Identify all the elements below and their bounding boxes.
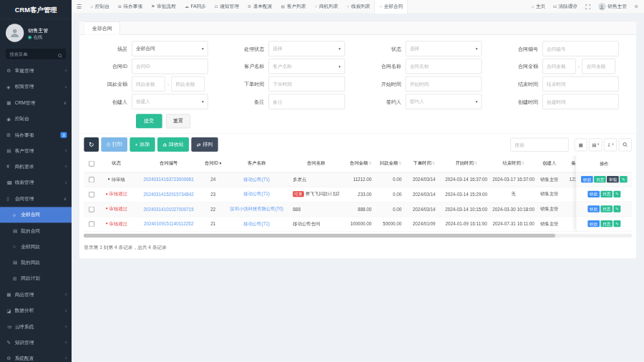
fullscreen-button[interactable]: [582, 0, 595, 14]
log-button[interactable]: 日志: [600, 220, 613, 228]
col-start-time[interactable]: 开始时间⇅: [443, 155, 490, 172]
topnav-dashboard[interactable]: ⌂控制台: [87, 0, 114, 14]
contract-no-link[interactable]: 20240109151140112252: [144, 221, 194, 226]
collect-payment-button[interactable]: 收款: [587, 205, 600, 212]
reset-button[interactable]: 重置: [166, 114, 190, 128]
log-button[interactable]: 日志: [600, 205, 613, 212]
refresh-button[interactable]: ↻: [84, 137, 99, 152]
customer-link[interactable]: 移动公司(71): [243, 221, 270, 226]
col-end-time[interactable]: 结束时间⇅: [490, 155, 537, 172]
print-button[interactable]: ⎙打印: [101, 137, 127, 152]
home-button[interactable]: ⌂主页: [527, 0, 549, 14]
contract-amount-min-input[interactable]: [542, 59, 576, 74]
sidebar-item-system-config[interactable]: ⚙系统配置‹: [0, 351, 72, 362]
sidebar-item-permissions[interactable]: ◈权限管理‹: [0, 79, 72, 94]
contract-id-input[interactable]: [132, 59, 208, 74]
col-contract-no[interactable]: 合同编号: [134, 155, 204, 172]
create-time-input[interactable]: [542, 94, 619, 109]
signer-select[interactable]: 签约人▾: [406, 94, 482, 109]
topnav-approval-flow[interactable]: ⚑审批流程: [147, 0, 180, 14]
col-creator[interactable]: 创建人: [537, 155, 562, 172]
view-toggle-button[interactable]: ▦: [575, 138, 587, 151]
sidebar-item-my-contracts[interactable]: ▤我的合同: [0, 222, 72, 238]
row-checkbox[interactable]: [89, 192, 94, 197]
row-checkbox[interactable]: [89, 177, 94, 182]
topnav-basic-config[interactable]: ⚙基本配置: [243, 0, 277, 14]
topnav-opportunity-list[interactable]: ○商机列表: [311, 0, 343, 14]
col-amount[interactable]: 合同金额⇅: [341, 155, 376, 172]
row-checkbox[interactable]: [89, 206, 94, 212]
sidebar-item-contracts[interactable]: ▯合同管理∨: [0, 191, 72, 207]
edit-button[interactable]: ✎: [620, 176, 627, 183]
export-dropdown-button[interactable]: ⇩▾: [604, 138, 617, 151]
collect-payment-button[interactable]: 收款: [587, 220, 600, 228]
contract-no-link[interactable]: 20240314152915734842: [143, 192, 193, 197]
scrollbar-thumb[interactable]: [84, 233, 555, 237]
col-customer[interactable]: 客户名称: [223, 155, 291, 172]
contract-no-link[interactable]: 20240314101027000715: [143, 207, 193, 212]
customer-link[interactable]: 移动公司(71): [243, 191, 270, 196]
edit-button[interactable]: ✎: [613, 191, 620, 198]
contract-amount-max-input[interactable]: [582, 59, 616, 74]
arrange-button[interactable]: ⇄排列: [192, 137, 218, 152]
add-button[interactable]: +添加: [130, 137, 155, 152]
select-all-checkbox[interactable]: [89, 161, 94, 167]
col-received[interactable]: 回款金额⇅: [376, 155, 406, 172]
col-order-time[interactable]: 下单时间⇅: [406, 155, 443, 172]
col-status[interactable]: 状态: [99, 155, 134, 172]
order-time-input[interactable]: [268, 77, 345, 92]
customer-name-select[interactable]: 客户名称▾: [268, 59, 345, 74]
col-contract-id[interactable]: 合同ID▼: [204, 155, 223, 172]
topnav-all-contracts[interactable]: ○全部合同: [375, 0, 408, 14]
clear-cache-button[interactable]: ⊟清除缓存: [550, 0, 582, 14]
tab-all-contracts[interactable]: 全部合同: [84, 21, 120, 35]
edit-button[interactable]: ✎: [613, 205, 620, 212]
log-button[interactable]: 日志: [594, 176, 606, 183]
collect-payment-button[interactable]: 收款: [581, 176, 593, 183]
collect-payment-button[interactable]: 收款: [587, 191, 600, 198]
received-amount-max-input[interactable]: [172, 77, 205, 92]
menu-search-input[interactable]: [6, 49, 66, 59]
received-amount-min-input[interactable]: [132, 77, 165, 92]
sidebar-item-general[interactable]: ⚙常规管理‹: [0, 63, 72, 79]
topnav-fa-sync[interactable]: ☁FA同步: [180, 0, 210, 14]
sidebar-item-products[interactable]: ▦商品管理‹: [0, 287, 72, 303]
columns-dropdown-button[interactable]: ▤▾: [589, 138, 602, 151]
contract-no-link[interactable]: 20240314163723000661: [143, 177, 193, 182]
user-menu[interactable]: 销售主管: [595, 0, 631, 14]
sidebar-item-all-receivables[interactable]: ○全部回款: [0, 239, 72, 255]
status-select[interactable]: 选择▾: [406, 41, 482, 56]
customer-link[interactable]: 移动公司(71): [243, 177, 270, 182]
sidebar-item-customers[interactable]: ▤客户管理‹: [0, 143, 72, 159]
submit-button[interactable]: 提交: [136, 114, 162, 128]
topnav-lead-list[interactable]: ○线索列表: [343, 0, 375, 14]
review-button[interactable]: 审核: [607, 176, 619, 183]
hamburger-icon[interactable]: ☰: [72, 4, 87, 10]
sidebar-item-opportunities[interactable]: ¥商机需求‹: [0, 159, 72, 175]
sidebar-item-receivable-plan[interactable]: ⊞回款计划: [0, 270, 72, 286]
edit-button[interactable]: ✎: [613, 220, 620, 228]
sidebar-item-all-contracts[interactable]: ○全部合同: [0, 207, 72, 222]
sidebar-item-knowledge[interactable]: ✎知识管理‹: [0, 335, 72, 351]
contract-no-input[interactable]: [542, 41, 619, 56]
scene-select[interactable]: 全部合同▾: [132, 41, 208, 56]
sidebar-item-crm[interactable]: ▦CRM管理∨: [0, 95, 72, 111]
horizontal-scrollbar[interactable]: [84, 233, 633, 237]
topnav-todos[interactable]: ⊞待办事项: [114, 0, 147, 14]
sidebar-item-my-receivables[interactable]: ▤我的回款: [0, 255, 72, 270]
sidebar-item-dashboard[interactable]: ◉控制台: [0, 111, 72, 127]
sidebar-item-analytics[interactable]: ◪数据分析‹: [0, 303, 72, 318]
end-time-input[interactable]: [542, 77, 619, 92]
sidebar-item-callcenter[interactable]: ☏云呼系统‹: [0, 318, 72, 334]
table-search-input[interactable]: [510, 137, 568, 151]
creator-select[interactable]: 创建人▾: [132, 94, 208, 109]
remark-input[interactable]: [268, 94, 345, 109]
row-checkbox[interactable]: [89, 221, 94, 227]
sidebar-item-todos[interactable]: ⊞待办事项3: [0, 127, 72, 142]
search-button[interactable]: [619, 138, 632, 151]
settings-button[interactable]: ⚙: [630, 0, 644, 14]
log-button[interactable]: 日志: [600, 191, 613, 198]
start-time-input[interactable]: [406, 77, 482, 92]
topnav-customer-list[interactable]: ▤客户列表: [277, 0, 311, 14]
process-status-select[interactable]: 选择▾: [268, 41, 345, 56]
